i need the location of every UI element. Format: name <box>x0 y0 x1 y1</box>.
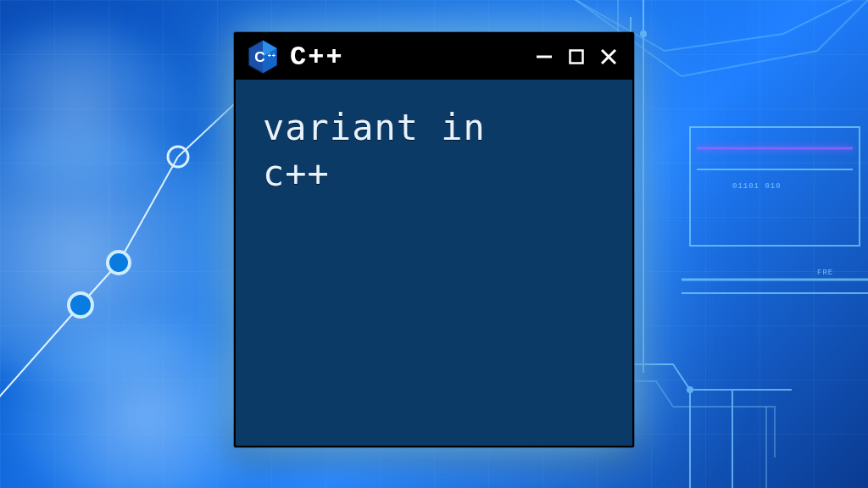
window-controls <box>532 45 620 69</box>
window-content: variant in c++ <box>236 80 632 446</box>
window-title: C++ <box>290 42 520 73</box>
maximize-button[interactable] <box>565 45 588 69</box>
window-titlebar[interactable]: C + + C++ <box>236 34 632 80</box>
content-line-1: variant in <box>263 105 605 151</box>
svg-point-5 <box>69 293 92 317</box>
svg-point-21 <box>687 386 693 393</box>
svg-rect-29 <box>570 51 583 64</box>
terminal-window: C + + C++ variant in c++ <box>234 32 634 447</box>
svg-text:C: C <box>254 48 264 65</box>
svg-point-6 <box>108 252 130 274</box>
svg-line-2 <box>119 157 178 263</box>
cpp-logo-icon: C + + <box>248 40 278 74</box>
minimize-button[interactable] <box>532 45 556 69</box>
svg-text:+: + <box>268 53 271 59</box>
svg-text:+: + <box>272 53 275 59</box>
svg-line-0 <box>0 305 81 415</box>
svg-point-19 <box>640 30 647 37</box>
bg-graph <box>0 85 271 424</box>
close-button[interactable] <box>597 45 620 69</box>
svg-text:01101 010: 01101 010 <box>732 182 782 191</box>
bg-text-scrap: FRE <box>817 269 833 277</box>
content-line-2: c++ <box>263 151 605 197</box>
